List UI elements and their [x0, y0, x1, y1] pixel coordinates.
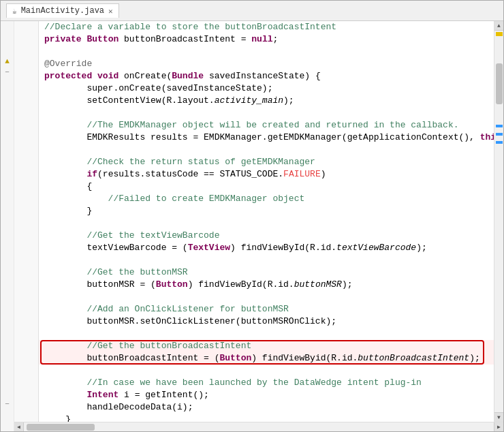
code-line-row-14: {	[14, 181, 494, 193]
code-text-20	[39, 254, 44, 266]
code-main: //Declare a variable to store the button…	[14, 21, 503, 431]
line-num-8	[14, 107, 39, 119]
gutter-line-24	[1, 277, 14, 288]
code-line-row-5: protected void onCreate(Bundle savedInst…	[14, 70, 494, 82]
line-num-18	[14, 230, 39, 242]
line-num-23	[14, 291, 39, 303]
gutter-line-18	[1, 211, 14, 221]
code-line-row-20	[14, 254, 494, 266]
gutter-line-23	[1, 266, 14, 277]
code-line-row-21: //Get the buttonMSR	[14, 266, 494, 279]
code-text-16: }	[39, 205, 92, 217]
code-text-11	[39, 144, 44, 156]
line-num-27	[14, 340, 39, 352]
gutter-line-17	[1, 200, 14, 211]
scroll-marker-blue-3	[496, 141, 503, 144]
java-file-icon: ☕	[12, 7, 17, 16]
code-line-row-11	[14, 144, 494, 156]
gutter-line-9	[1, 111, 14, 122]
close-tab-icon[interactable]: ✕	[108, 7, 113, 16]
code-line-row-8	[14, 107, 494, 119]
gutter-line-28	[1, 321, 14, 332]
code-text-3	[39, 46, 44, 58]
line-num-31	[14, 389, 39, 401]
code-text-33: }	[39, 414, 71, 422]
line-num-19	[14, 242, 39, 254]
gutter-line-20	[1, 232, 14, 243]
line-num-25	[14, 315, 39, 328]
code-line-row-28-highlight: buttonBroadcastIntent = (Button) findVie…	[14, 352, 494, 365]
code-text-26	[39, 328, 44, 340]
gutter-line-37	[1, 420, 14, 431]
scroll-thumb[interactable]	[496, 63, 503, 104]
code-inner: //Declare a variable to store the button…	[14, 21, 494, 422]
code-text-15: //Failed to create EMDKManager object	[39, 193, 304, 205]
line-num-6	[14, 82, 39, 95]
line-num-17	[14, 217, 39, 230]
scroll-track	[494, 31, 503, 412]
code-line-row-22: buttonMSR = (Button) findViewById(R.id.b…	[14, 279, 494, 291]
gutter-line-6	[1, 78, 14, 89]
hscroll-right-arrow[interactable]: ▶	[494, 422, 503, 432]
code-text-28: buttonBroadcastIntent = (Button) findVie…	[39, 352, 480, 365]
gutter-line-21	[1, 243, 14, 254]
code-scroll-area[interactable]: //Declare a variable to store the button…	[14, 21, 503, 422]
hscroll-left-arrow[interactable]: ◀	[14, 422, 24, 432]
scroll-marker-blue-1	[496, 125, 503, 127]
code-line-row-1: //Declare a variable to store the button…	[14, 21, 494, 33]
code-text-12: //Check the return status of getEMDKMana…	[39, 156, 315, 168]
gutter-line-15	[1, 177, 14, 188]
code-line-row-2: private Button buttonBroadcastIntent = n…	[14, 33, 494, 46]
editor-window: ☕ MainActivity.java ✕ ▲ −	[0, 0, 504, 432]
code-line-row-13: if(results.statusCode == STATUS_CODE.FAI…	[14, 168, 494, 181]
hscroll-thumb[interactable]	[27, 424, 95, 431]
code-text-23	[39, 291, 44, 303]
code-text-5: protected void onCreate(Bundle savedInst…	[39, 70, 321, 82]
code-text-6: super.onCreate(savedInstanceState);	[39, 82, 272, 95]
gutter-line-3	[1, 44, 14, 55]
vertical-scrollbar[interactable]: ▲ ▼	[494, 21, 503, 422]
line-num-3	[14, 46, 39, 58]
code-text-19: textViewBarcode = (TextView) findViewByI…	[39, 242, 427, 254]
line-num-13	[14, 168, 39, 181]
code-line-row-31: Intent i = getIntent();	[14, 389, 494, 401]
code-lines-container[interactable]: //Declare a variable to store the button…	[14, 21, 494, 422]
code-text-25: buttonMSR.setOnClickListener(buttonMSROn…	[39, 315, 336, 328]
code-line-row-27-highlight: //Get the buttonBroadcastIntent	[14, 340, 494, 352]
file-tab[interactable]: ☕ MainActivity.java ✕	[6, 3, 119, 18]
scroll-up-arrow[interactable]: ▲	[494, 21, 504, 31]
left-gutter: ▲ −	[1, 21, 14, 431]
line-num-2	[14, 33, 39, 46]
code-text-21: //Get the buttonMSR	[39, 266, 188, 279]
gutter-fold-oncreate[interactable]: −	[1, 67, 14, 78]
editor-body: ▲ −	[1, 21, 503, 431]
code-text-29	[39, 365, 44, 377]
code-line-row-4: @Override	[14, 58, 494, 70]
code-text-1: //Declare a variable to store the button…	[39, 21, 336, 33]
gutter-line-2	[1, 33, 14, 44]
code-line-row-30: //In case we have been launched by the D…	[14, 377, 494, 389]
gutter-line-7	[1, 89, 14, 99]
line-num-7	[14, 95, 39, 107]
code-line-row-16: }	[14, 205, 494, 217]
tab-filename: MainActivity.java	[21, 6, 104, 16]
gutter-line-8	[1, 100, 14, 111]
title-bar: ☕ MainActivity.java ✕	[1, 1, 503, 21]
line-num-9	[14, 119, 39, 132]
gutter-fold-listener[interactable]: −	[1, 398, 14, 409]
gutter-line-16	[1, 188, 14, 199]
line-num-14	[14, 181, 39, 193]
gutter-line-30	[1, 343, 14, 354]
code-line-row-23	[14, 291, 494, 303]
code-text-22: buttonMSR = (Button) findViewById(R.id.b…	[39, 279, 353, 291]
gutter-line-22	[1, 255, 14, 266]
gutter-line-12	[1, 144, 14, 155]
gutter-line-31	[1, 354, 14, 365]
scroll-down-arrow[interactable]: ▼	[494, 412, 504, 422]
line-num-12	[14, 156, 39, 168]
horizontal-scrollbar[interactable]: ◀ ▶	[14, 422, 503, 431]
code-line-row-25: buttonMSR.setOnClickListener(buttonMSROn…	[14, 315, 494, 328]
line-num-26	[14, 328, 39, 340]
line-num-4	[14, 58, 39, 70]
code-text-31: Intent i = getIntent();	[39, 389, 209, 401]
